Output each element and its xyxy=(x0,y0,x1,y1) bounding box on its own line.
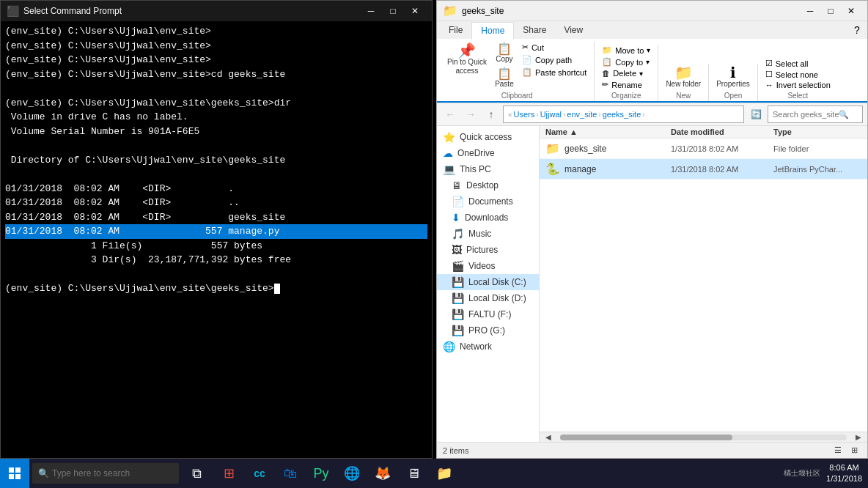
tab-file[interactable]: File xyxy=(440,21,471,39)
explorer-close-button[interactable]: ✕ xyxy=(841,1,861,21)
forward-button[interactable]: → xyxy=(462,106,479,123)
move-to-button[interactable]: 📁 Move to ▾ xyxy=(599,45,653,56)
sidebar-item-videos[interactable]: 🎬 Videos xyxy=(437,258,539,274)
pinned-app-cc[interactable]: cc xyxy=(245,459,274,488)
task-view-icon: ⧉ xyxy=(192,466,202,481)
pinned-app-firefox[interactable]: 🦊 xyxy=(368,459,397,488)
scroll-track[interactable] xyxy=(560,435,847,440)
tab-home[interactable]: Home xyxy=(471,22,514,40)
pinned-app-screen[interactable]: 🖥 xyxy=(399,459,428,488)
cmd-prompt-line[interactable]: (env_site) C:\Users\Ujjwal\env_site\geek… xyxy=(5,281,427,296)
sidebar-item-onedrive[interactable]: ☁ OneDrive xyxy=(437,145,539,161)
search-input[interactable] xyxy=(773,110,839,119)
scroll-right-button[interactable]: ▶ xyxy=(850,429,867,443)
horizontal-scrollbar[interactable]: ◀ ▶ xyxy=(540,432,867,442)
sidebar-item-local-c[interactable]: 💾 Local Disk (C:) xyxy=(437,274,539,290)
cmd-line: Volume Serial Number is 901A-F6E5 xyxy=(5,125,427,139)
sidebar-item-label: PRO (G:) xyxy=(468,325,505,336)
details-view-button[interactable]: ☰ xyxy=(831,443,845,458)
sidebar-item-documents[interactable]: 📄 Documents xyxy=(437,193,539,210)
back-button[interactable]: ← xyxy=(441,106,459,123)
copy-to-button[interactable]: 📋 Copy to ▾ xyxy=(599,56,653,67)
scroll-left-button[interactable]: ◀ xyxy=(540,429,557,443)
new-folder-button[interactable]: 📁 New folder xyxy=(663,64,704,90)
python-file-icon: 🐍 xyxy=(545,162,560,176)
sidebar-item-pictures[interactable]: 🖼 Pictures xyxy=(437,242,539,258)
paste-shortcut-button[interactable]: 📋Paste shortcut xyxy=(519,67,589,78)
sidebar-item-music[interactable]: 🎵 Music xyxy=(437,226,539,242)
rename-button[interactable]: ✏ Rename xyxy=(599,79,653,90)
invert-selection-button[interactable]: ↔ Invert selection xyxy=(762,80,834,90)
explorer-minimize-button[interactable]: ─ xyxy=(800,1,820,21)
large-icons-view-button[interactable]: ⊞ xyxy=(847,443,861,458)
breadcrumb-env-site[interactable]: env_site xyxy=(567,110,597,119)
this-pc-icon: 💻 xyxy=(443,163,455,175)
sidebar-item-label: Music xyxy=(468,229,491,239)
ribbon-content: 📌 Pin to Quickaccess 📋 Copy 📋 Paste xyxy=(437,39,867,103)
sidebar-item-network[interactable]: 🌐 Network xyxy=(437,339,539,355)
pin-to-quick-access-button[interactable]: 📌 Pin to Quickaccess xyxy=(444,42,490,90)
file-list-header: Name ▲ Date modified Type xyxy=(540,126,867,138)
taskbar-right: 橘士堰社区 8:06 AM 1/31/2018 xyxy=(784,462,868,485)
breadcrumb: « Users › Ujjwal › env_site › geeks_site… xyxy=(508,110,645,119)
task-view-button[interactable]: ⧉ xyxy=(182,459,211,488)
paste-button[interactable]: 📋 Paste xyxy=(491,67,518,90)
explorer-maximize-button[interactable]: □ xyxy=(820,1,841,21)
refresh-button[interactable]: 🔄 xyxy=(747,106,765,123)
open-label: Open xyxy=(724,92,742,100)
breadcrumb-users[interactable]: Users xyxy=(514,110,535,119)
taskbar-time: 8:06 AM xyxy=(826,462,862,473)
taskbar-search-input[interactable] xyxy=(52,468,162,478)
search-box[interactable]: 🔍 xyxy=(768,106,863,123)
tab-share[interactable]: Share xyxy=(514,21,555,39)
copy-path-button[interactable]: 📄Copy path xyxy=(519,54,589,65)
music-icon: 🎵 xyxy=(452,228,464,240)
address-bar: ← → ↑ « Users › Ujjwal › env_site › geek… xyxy=(437,103,867,126)
sidebar-item-this-pc[interactable]: 💻 This PC xyxy=(437,161,539,177)
pinned-app-store[interactable]: 🛍 xyxy=(276,459,305,488)
pinned-app-tiles[interactable]: ⊞ xyxy=(214,459,243,488)
file-row-geeks-site[interactable]: 📁 geeks_site 1/31/2018 8:02 AM File fold… xyxy=(540,138,867,159)
cmd-title: Select Command Prompt xyxy=(23,6,360,16)
sort-type-header[interactable]: Type xyxy=(773,127,861,136)
copy-to-icon: 📋 xyxy=(602,57,612,67)
pinned-app-pycharm[interactable]: Py xyxy=(306,459,336,488)
status-bar: 2 items ☰ ⊞ xyxy=(437,442,867,458)
cmd-line: Volume in drive C has no label. xyxy=(5,110,427,125)
view-options: ☰ ⊞ xyxy=(831,443,861,458)
pinned-app-explorer[interactable]: 📁 xyxy=(430,459,459,488)
cmd-maximize-button[interactable]: □ xyxy=(382,1,404,21)
sidebar-item-pro[interactable]: 💾 PRO (G:) xyxy=(437,322,539,339)
copy-path-icon: 📄 xyxy=(522,55,532,64)
sort-name-header[interactable]: Name ▲ xyxy=(545,127,671,136)
cmd-minimize-button[interactable]: ─ xyxy=(360,1,382,21)
up-button[interactable]: ↑ xyxy=(482,106,500,123)
delete-button[interactable]: 🗑 Delete ▾ xyxy=(599,68,653,78)
sidebar-item-desktop[interactable]: 🖥 Desktop xyxy=(437,177,539,193)
address-input[interactable]: « Users › Ujjwal › env_site › geeks_site… xyxy=(503,106,744,123)
help-button[interactable]: ? xyxy=(850,23,864,37)
cut-icon: ✂ xyxy=(522,42,529,52)
file-area: Name ▲ Date modified Type 📁 geeks_site 1… xyxy=(540,126,867,442)
select-none-icon: ☐ xyxy=(765,70,773,79)
sidebar-item-quick-access[interactable]: ⭐ Quick access xyxy=(437,129,539,145)
sidebar-item-downloads[interactable]: ⬇ Downloads xyxy=(437,210,539,226)
sidebar-item-faltu[interactable]: 💾 FALTU (F:) xyxy=(437,306,539,322)
taskbar-search-box[interactable]: 🔍 xyxy=(32,463,179,484)
copy-button[interactable]: 📋 Copy xyxy=(491,42,518,65)
scroll-thumb[interactable] xyxy=(560,435,732,440)
sidebar: ⭐ Quick access ☁ OneDrive 💻 This PC 🖥 De… xyxy=(437,126,540,442)
breadcrumb-ujjwal[interactable]: Ujjwal xyxy=(540,110,562,119)
start-button[interactable] xyxy=(0,459,29,488)
file-row-manage[interactable]: 🐍 manage 1/31/2018 8:02 AM JetBrains PyC… xyxy=(540,159,867,180)
pinned-app-chrome[interactable]: 🌐 xyxy=(337,459,367,488)
sidebar-item-local-d[interactable]: 💾 Local Disk (D:) xyxy=(437,290,539,306)
tab-view[interactable]: View xyxy=(555,21,592,39)
properties-button[interactable]: ℹ Properties xyxy=(713,64,753,90)
sort-date-header[interactable]: Date modified xyxy=(671,127,773,136)
select-all-button[interactable]: ☑ Select all xyxy=(762,58,834,69)
cmd-close-button[interactable]: ✕ xyxy=(404,1,426,21)
cut-button[interactable]: ✂Cut xyxy=(519,42,589,53)
breadcrumb-geeks-site[interactable]: geeks_site xyxy=(603,110,641,119)
select-none-button[interactable]: ☐ Select none xyxy=(762,69,834,80)
